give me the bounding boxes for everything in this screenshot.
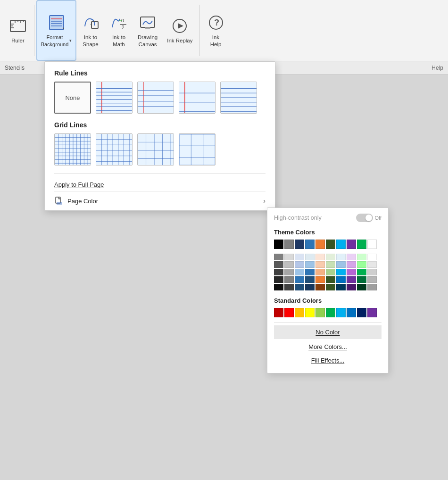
ink-to-math-button[interactable]: π 2 → Ink toMath [105, 0, 133, 61]
ink-help-button[interactable]: ? InkHelp [202, 0, 230, 61]
standard-color-swatch[interactable] [305, 308, 315, 317]
theme-color-swatch[interactable] [295, 240, 304, 249]
shade-swatch[interactable] [367, 276, 377, 283]
shade-swatch[interactable] [315, 269, 325, 275]
shade-swatch[interactable] [347, 261, 356, 268]
shade-swatch[interactable] [284, 261, 294, 268]
standard-color-swatch[interactable] [295, 308, 304, 317]
shade-swatch[interactable] [274, 276, 283, 283]
shade-swatch[interactable] [315, 284, 325, 290]
grid-option-1[interactable] [54, 133, 91, 166]
rule-line-2[interactable] [137, 82, 174, 114]
theme-color-swatch[interactable] [347, 240, 356, 249]
fill-effects-button[interactable]: Fill Effects... [274, 354, 382, 367]
standard-color-swatch[interactable] [315, 308, 325, 317]
shade-swatch[interactable] [305, 254, 315, 260]
standard-color-swatch[interactable] [336, 308, 346, 317]
apply-full-page-button[interactable]: Apply to Full Page [54, 178, 265, 191]
shade-swatch[interactable] [347, 269, 356, 275]
shade-swatch[interactable] [326, 269, 335, 275]
toggle-track[interactable] [356, 214, 373, 222]
shade-swatch[interactable] [336, 284, 346, 290]
shade-swatch[interactable] [347, 276, 356, 283]
shade-swatch[interactable] [315, 261, 325, 268]
shade-swatch[interactable] [367, 261, 377, 268]
rule-line-4[interactable] [220, 82, 257, 114]
shade-swatch[interactable] [336, 276, 346, 283]
shade-column [315, 254, 325, 290]
shade-swatch[interactable] [336, 269, 346, 275]
shade-swatch[interactable] [305, 261, 315, 268]
theme-color-swatch[interactable] [305, 240, 315, 249]
shade-swatch[interactable] [274, 284, 283, 290]
grid-option-4[interactable] [179, 133, 216, 166]
shade-swatch[interactable] [315, 254, 325, 260]
shade-swatch[interactable] [357, 284, 366, 290]
shade-swatch[interactable] [305, 269, 315, 275]
grid-option-3[interactable] [137, 133, 174, 166]
standard-color-swatch[interactable] [347, 308, 356, 317]
theme-color-swatch[interactable] [315, 240, 325, 249]
standard-color-swatch[interactable] [357, 308, 366, 317]
theme-color-swatch[interactable] [284, 240, 294, 249]
panel-divider [54, 173, 265, 174]
shade-swatch[interactable] [274, 261, 283, 268]
theme-color-swatch[interactable] [336, 240, 346, 249]
shade-swatch[interactable] [367, 254, 377, 260]
high-contrast-toggle[interactable]: Off [356, 214, 382, 222]
page-color-left: Page Color [54, 196, 98, 206]
shade-swatch[interactable] [305, 284, 315, 290]
shade-swatch[interactable] [315, 276, 325, 283]
rule-line-none[interactable]: None [54, 82, 91, 114]
standard-color-swatch[interactable] [326, 308, 335, 317]
theme-color-swatch[interactable] [326, 240, 335, 249]
standard-color-swatch[interactable] [284, 308, 294, 317]
shade-swatch[interactable] [326, 276, 335, 283]
shade-swatch[interactable] [295, 269, 304, 275]
standard-color-swatch[interactable] [367, 308, 377, 317]
shade-swatch[interactable] [284, 284, 294, 290]
shade-swatch[interactable] [295, 254, 304, 260]
shade-swatch[interactable] [367, 269, 377, 275]
ink-to-shape-button[interactable]: Ink toShape [76, 0, 105, 61]
shade-swatch[interactable] [274, 269, 283, 275]
shade-swatch[interactable] [284, 254, 294, 260]
grid-option-2[interactable] [96, 133, 133, 166]
rule-line-1[interactable] [96, 82, 133, 114]
shade-swatch[interactable] [284, 276, 294, 283]
ruler-button[interactable]: Ruler [4, 0, 32, 61]
theme-color-swatch[interactable] [367, 240, 377, 249]
rule-line-3[interactable] [179, 82, 216, 114]
standard-color-swatch[interactable] [274, 308, 283, 317]
shade-swatch[interactable] [357, 254, 366, 260]
shade-swatch[interactable] [347, 284, 356, 290]
shade-swatch[interactable] [274, 254, 283, 260]
shade-swatch[interactable] [367, 284, 377, 290]
ink-replay-button[interactable]: Ink Replay [162, 0, 197, 61]
no-color-button[interactable]: No Color [274, 325, 382, 339]
shade-swatch[interactable] [347, 254, 356, 260]
shade-swatch[interactable] [326, 284, 335, 290]
shade-swatch[interactable] [357, 276, 366, 283]
shade-swatch[interactable] [326, 254, 335, 260]
shade-swatch[interactable] [295, 284, 304, 290]
divider-1 [34, 5, 34, 56]
standard-colors-title: Standard Colors [274, 297, 382, 304]
drawing-canvas-button[interactable]: DrawingCanvas [133, 0, 162, 61]
theme-color-swatch[interactable] [274, 240, 283, 249]
shade-column [326, 254, 335, 290]
shade-swatch[interactable] [295, 276, 304, 283]
page-color-row[interactable]: Page Color › [54, 191, 265, 210]
standard-colors-row [274, 308, 382, 317]
shade-swatch[interactable] [326, 261, 335, 268]
shade-swatch[interactable] [357, 261, 366, 268]
shade-swatch[interactable] [284, 269, 294, 275]
more-colors-button[interactable]: More Colors... [274, 340, 382, 354]
shade-swatch[interactable] [336, 261, 346, 268]
theme-color-swatch[interactable] [357, 240, 366, 249]
shade-swatch[interactable] [357, 269, 366, 275]
format-background-button[interactable]: FormatBackground ▾ [36, 0, 76, 61]
shade-swatch[interactable] [295, 261, 304, 268]
shade-swatch[interactable] [305, 276, 315, 283]
shade-swatch[interactable] [336, 254, 346, 260]
